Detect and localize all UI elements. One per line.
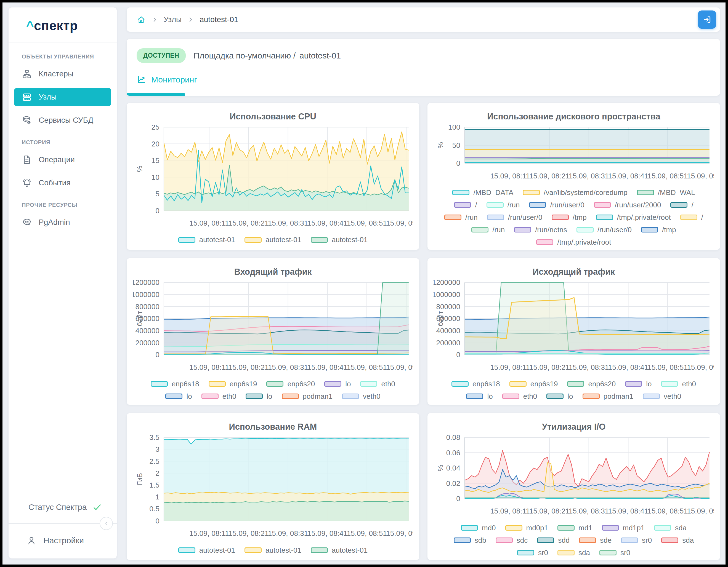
legend-item[interactable]: lo — [466, 392, 493, 401]
legend-item[interactable]: autotest-01 — [311, 546, 368, 555]
legend-item[interactable]: lo — [625, 380, 652, 388]
legend-swatch — [599, 550, 617, 555]
breadcrumb: Узлы autotest-01 — [137, 15, 238, 24]
legend-item[interactable]: /var/lib/systemd/coredump — [523, 188, 627, 197]
legend-item[interactable]: /tmp — [552, 213, 587, 222]
legend-item[interactable]: enp6s19 — [509, 380, 558, 388]
legend-item[interactable]: / — [670, 201, 693, 209]
svg-text:800000: 800000 — [135, 302, 159, 310]
chart-plot: 0200000400000600000800000100000012000001… — [434, 278, 714, 378]
legend-item[interactable]: /run — [471, 226, 505, 234]
legend-item[interactable]: veth0 — [643, 392, 681, 401]
legend-item[interactable]: eth0 — [502, 392, 537, 401]
legend-item[interactable]: lo — [246, 392, 272, 401]
app-frame: ^спектр ОБЪЕКТЫ УПРАВЛЕНИЯ Кластеры Узлы… — [2, 2, 726, 565]
legend-item[interactable]: /tmp/.private/root — [536, 238, 611, 247]
legend-swatch — [461, 525, 478, 531]
sidebar-item-nodes[interactable]: Узлы — [14, 88, 111, 106]
legend-item[interactable]: sda — [654, 524, 687, 532]
legend-swatch — [165, 393, 182, 399]
legend-item[interactable]: enp6s20 — [567, 380, 616, 388]
legend-label: autotest-01 — [199, 546, 235, 555]
legend-item[interactable]: /run — [487, 201, 520, 209]
legend-label: autotest-01 — [265, 236, 301, 244]
legend-item[interactable]: lo — [165, 392, 192, 401]
legend-item[interactable]: eth0 — [360, 380, 395, 388]
legend-item[interactable]: /MBD_WAL — [637, 188, 695, 197]
legend-item[interactable]: /run — [444, 213, 478, 222]
chart-canvas: 051015202515.09, 08:1115.09, 08:2115.09,… — [133, 123, 413, 234]
legend-label: md0 — [482, 524, 496, 532]
legend-item[interactable]: enp6s20 — [266, 380, 315, 388]
legend-item[interactable]: /tmp — [641, 226, 676, 234]
legend-item[interactable]: podman1 — [282, 392, 333, 401]
breadcrumb-item-current: autotest-01 — [200, 15, 238, 24]
legend-item[interactable]: sr0 — [599, 549, 630, 557]
legend-item[interactable]: autotest-01 — [245, 546, 301, 555]
breadcrumb-item-nodes[interactable]: Узлы — [164, 15, 182, 24]
legend-item[interactable]: /run/netns — [514, 226, 567, 234]
legend-item[interactable]: sr0 — [517, 549, 548, 557]
sidebar-item-label: Операции — [39, 155, 75, 164]
tab-monitoring[interactable]: Мониторинг — [137, 75, 197, 84]
legend-item[interactable]: / — [680, 213, 703, 222]
legend-swatch — [602, 525, 619, 531]
legend-item[interactable]: eth0 — [661, 380, 696, 388]
legend-swatch — [451, 381, 469, 387]
legend-item[interactable]: sda — [661, 536, 694, 545]
legend-swatch — [342, 393, 359, 399]
legend-item[interactable]: lo — [546, 392, 573, 401]
legend-item[interactable]: sr0 — [621, 536, 652, 545]
sidebar-item-label: Сервисы СУБД — [39, 116, 93, 125]
home-icon[interactable] — [137, 15, 146, 24]
legend-item[interactable]: sda — [557, 549, 590, 557]
settings-button[interactable]: Настройки — [9, 524, 117, 558]
legend-swatch — [444, 215, 461, 220]
svg-text:400000: 400000 — [436, 326, 460, 335]
legend-item[interactable]: podman1 — [583, 392, 633, 401]
legend-item[interactable]: sde — [579, 536, 612, 545]
legend-label: enp6s18 — [172, 380, 199, 388]
sidebar-collapse-button[interactable] — [100, 517, 113, 530]
svg-text:15.09, 08:31: 15.09, 08:31 — [268, 219, 308, 227]
legend-item[interactable]: autotest-01 — [178, 236, 235, 244]
legend-item[interactable]: md1 — [557, 524, 593, 532]
legend-item[interactable]: /run/user/2000 — [594, 201, 661, 209]
legend-item[interactable]: eth0 — [201, 392, 237, 401]
svg-text:15.09, 08:31: 15.09, 08:31 — [569, 507, 609, 515]
legend-item[interactable]: lo — [324, 380, 351, 388]
legend-item[interactable]: /MBD_DATA — [452, 188, 513, 197]
sidebar-item-clusters[interactable]: Кластеры — [14, 65, 111, 83]
legend-item[interactable]: enp6s18 — [151, 380, 199, 388]
legend-item[interactable]: /tmp/.private/root — [596, 213, 671, 222]
legend-item[interactable]: autotest-01 — [178, 546, 235, 555]
svg-text:%: % — [436, 142, 445, 148]
legend-item[interactable]: md0p1 — [505, 524, 548, 532]
svg-text:15.09, 09:01: 15.09, 09:01 — [386, 529, 413, 537]
legend-item[interactable]: / — [454, 201, 477, 209]
legend-item[interactable]: autotest-01 — [311, 236, 368, 244]
legend-item[interactable]: sdb — [454, 536, 486, 545]
svg-text:20: 20 — [152, 140, 160, 148]
monitoring-chart-icon — [137, 75, 146, 84]
legend-item[interactable]: autotest-01 — [245, 236, 301, 244]
legend-item[interactable]: sdc — [496, 536, 528, 545]
legend-swatch — [360, 381, 377, 387]
legend-item[interactable]: sdd — [537, 536, 570, 545]
sidebar-item-operations[interactable]: Операции — [14, 151, 111, 169]
legend-item[interactable]: /run/user/0 — [487, 213, 542, 222]
logout-button[interactable] — [698, 10, 716, 29]
legend-item[interactable]: enp6s18 — [451, 380, 500, 388]
chart-io-utilization: Утилизация I/O 00.020.040.060.0815.09, 0… — [427, 413, 720, 560]
sidebar-item-events[interactable]: События — [14, 174, 111, 192]
legend-item[interactable]: enp6s19 — [209, 380, 257, 388]
legend-item[interactable]: /run/user/0 — [529, 201, 584, 209]
svg-text:15.09, 08:21: 15.09, 08:21 — [529, 507, 570, 515]
legend-swatch — [567, 381, 584, 387]
legend-item[interactable]: md1p1 — [602, 524, 645, 532]
sidebar-item-pgadmin[interactable]: PgAdmin — [14, 213, 111, 232]
sidebar-item-dbms-services[interactable]: Сервисы СУБД — [14, 111, 111, 129]
legend-item[interactable]: /run/user/0 — [576, 226, 632, 234]
legend-item[interactable]: veth0 — [342, 392, 381, 401]
legend-item[interactable]: md0 — [461, 524, 496, 532]
